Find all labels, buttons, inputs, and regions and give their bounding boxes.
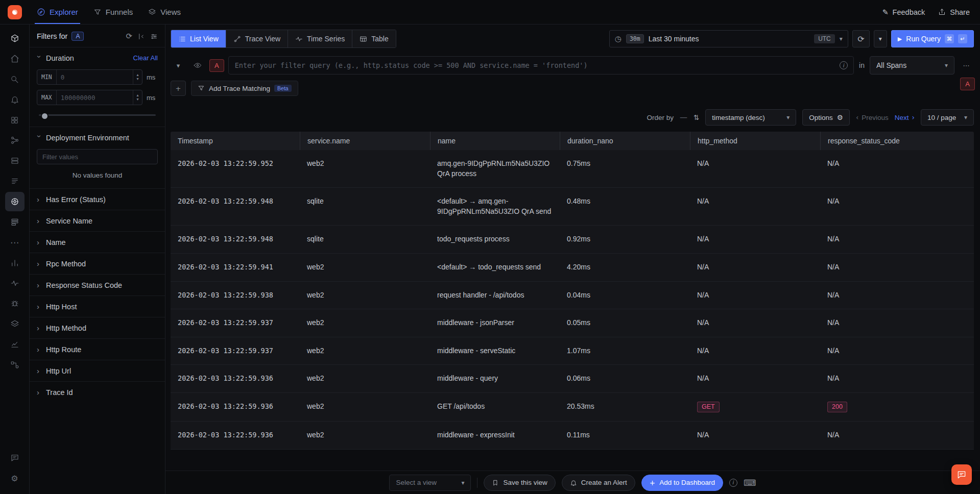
clear-all-link[interactable]: Clear All [133, 54, 158, 62]
cell-duration: 1.07ms [560, 337, 690, 365]
options-button[interactable]: Options ⚙ [802, 109, 850, 126]
tab-table[interactable]: Table [352, 30, 395, 47]
in-label: in [858, 61, 866, 69]
filter-section[interactable]: › Has Error (Status) [30, 188, 165, 210]
filter-query-input[interactable] [228, 56, 854, 75]
cell-span-name: amq.gen-9IDgPpRNLm5Na5U3ZIO QrA process [430, 150, 560, 187]
logs-icon[interactable] [5, 171, 25, 191]
table-row[interactable]: 2026-02-03 13:22:59.937 web2 middleware … [171, 309, 974, 337]
exceptions-bug-icon[interactable] [5, 294, 25, 313]
run-query-button[interactable]: ▶ Run Query ⌘ ↵ [891, 30, 974, 47]
settings-gear-icon[interactable]: ⚙ [5, 468, 25, 488]
filter-section[interactable]: › Http Url [30, 360, 165, 381]
duration-max-input[interactable]: MAX ▴▾ [37, 90, 142, 105]
filter-section[interactable]: › Http Route [30, 338, 165, 360]
filters-collapse-icon[interactable] [137, 33, 145, 40]
api-monitoring-icon[interactable] [5, 274, 25, 293]
table-row[interactable]: 2026-02-03 13:22:59.938 web2 request han… [171, 282, 974, 310]
filter-section[interactable]: › Rpc Method [30, 253, 165, 274]
timezone-chip[interactable]: UTC [814, 34, 835, 43]
refresh-button[interactable]: ⟳ [852, 30, 870, 47]
order-by-select[interactable]: timestamp (desc) ▾ [705, 109, 796, 126]
query-more-button[interactable]: ⋯ [959, 58, 974, 73]
search-icon[interactable] [5, 69, 25, 89]
usage-chart-icon[interactable] [5, 335, 25, 354]
filter-section[interactable]: › Name [30, 231, 165, 253]
save-view-button[interactable]: Save this view [484, 475, 555, 491]
table-row[interactable]: 2026-02-03 13:22:59.948 sqlite todo_requ… [171, 226, 974, 254]
filter-section[interactable]: › Response Status Code [30, 274, 165, 295]
query-collapse-button[interactable]: ▾ [171, 58, 186, 73]
list-controls-row: Order by — ⇅ timestamp (desc) ▾ Options … [171, 109, 974, 126]
tab-explorer[interactable]: Explorer [37, 0, 78, 24]
time-range-picker[interactable]: ◷ 30m Last 30 minutes UTC ▾ [609, 30, 848, 47]
signoz-logo[interactable] [8, 5, 22, 19]
filter-section[interactable]: › Service Name [30, 210, 165, 231]
home-icon[interactable] [5, 49, 25, 68]
cell-service-name: web2 [300, 365, 430, 392]
feedback-button[interactable]: ✎ Feedback [882, 8, 925, 16]
metrics-icon[interactable] [5, 253, 25, 273]
max-stepper[interactable]: ▴▾ [133, 90, 142, 105]
more-ellipsis-icon[interactable]: ⋯ [5, 233, 25, 252]
min-value-field[interactable] [57, 70, 133, 84]
keyboard-shortcuts-icon[interactable]: ⌨ [744, 478, 756, 488]
support-chat-icon[interactable] [5, 448, 25, 467]
tab-views[interactable]: Views [148, 0, 181, 24]
table-row[interactable]: 2026-02-03 13:22:59.936 web2 middleware … [171, 365, 974, 393]
cell-status-code: N/A [820, 422, 974, 449]
filter-section[interactable]: › Http Host [30, 295, 165, 317]
filter-section[interactable]: › Http Method [30, 317, 165, 338]
deployment-filter-input[interactable] [37, 149, 158, 164]
table-row[interactable]: 2026-02-03 13:22:59.952 web2 amq.gen-9ID… [171, 150, 974, 188]
query-shortcut-badge[interactable]: A [960, 78, 975, 90]
sort-icon[interactable]: ⇅ [694, 113, 699, 121]
filter-section-duration[interactable]: › Duration Clear All [30, 47, 165, 68]
support-chat-fab[interactable] [951, 464, 972, 485]
span-scope-select[interactable]: All Spans ▾ [870, 56, 954, 75]
share-button[interactable]: Share [938, 8, 970, 16]
query-letter-badge[interactable]: A [209, 59, 224, 72]
tab-trace-view[interactable]: Trace View [226, 30, 288, 47]
add-query-button[interactable]: + [171, 81, 186, 96]
alerts-bell-icon[interactable] [5, 90, 25, 109]
service-map-icon[interactable] [5, 131, 25, 150]
table-row[interactable]: 2026-02-03 13:22:59.936 web2 middleware … [171, 422, 974, 450]
select-view-dropdown[interactable]: Select a view ▾ [389, 475, 471, 491]
page-size-select[interactable]: 10 / page ▾ [921, 109, 974, 126]
tab-time-series[interactable]: Time Series [288, 30, 352, 47]
previous-page-button[interactable]: ‹ Previous [856, 113, 889, 121]
filters-refresh-icon[interactable]: ⟳ [126, 32, 132, 41]
pipelines-flow-icon[interactable] [5, 355, 25, 375]
table-row[interactable]: 2026-02-03 13:22:59.937 web2 middleware … [171, 337, 974, 365]
funnel-icon [93, 8, 102, 16]
dashboards-grid-icon[interactable] [5, 110, 25, 130]
messaging-queues-icon[interactable] [5, 212, 25, 232]
next-page-button[interactable]: Next › [895, 113, 915, 121]
max-value-field[interactable] [57, 90, 133, 105]
filter-section-deployment-environment[interactable]: › Deployment Environment [30, 127, 165, 148]
route-icon [233, 35, 241, 43]
table-row[interactable]: 2026-02-03 13:22:59.948 sqlite <default>… [171, 188, 974, 226]
create-alert-button[interactable]: Create an Alert [562, 475, 635, 491]
cell-timestamp: 2026-02-03 13:22:59.941 [171, 254, 300, 281]
add-to-dashboard-button[interactable]: + Add to Dashboard [641, 475, 723, 491]
footer-info-icon[interactable]: i [729, 479, 737, 487]
filters-settings-icon[interactable] [150, 33, 158, 40]
add-trace-matching-button[interactable]: Add Trace Matching Beta [191, 81, 298, 96]
duration-min-input[interactable]: MIN ▴▾ [37, 69, 142, 85]
table-row[interactable]: 2026-02-03 13:22:59.936 web2 GET /api/to… [171, 393, 974, 422]
info-icon[interactable]: i [840, 61, 848, 69]
traces-icon[interactable] [5, 192, 25, 211]
tab-list-view[interactable]: List View [171, 30, 226, 47]
infrastructure-icon[interactable] [5, 151, 25, 170]
filter-section[interactable]: › Trace Id [30, 381, 165, 403]
run-query-options-dropdown[interactable]: ▾ [874, 30, 887, 47]
query-visibility-button[interactable] [190, 58, 205, 73]
table-row[interactable]: 2026-02-03 13:22:59.941 web2 <default> →… [171, 254, 974, 282]
get-started-icon[interactable] [5, 29, 25, 48]
tab-funnels[interactable]: Funnels [93, 0, 133, 24]
integrations-icon[interactable] [5, 314, 25, 334]
min-stepper[interactable]: ▴▾ [133, 70, 142, 84]
duration-slider[interactable] [39, 111, 156, 118]
